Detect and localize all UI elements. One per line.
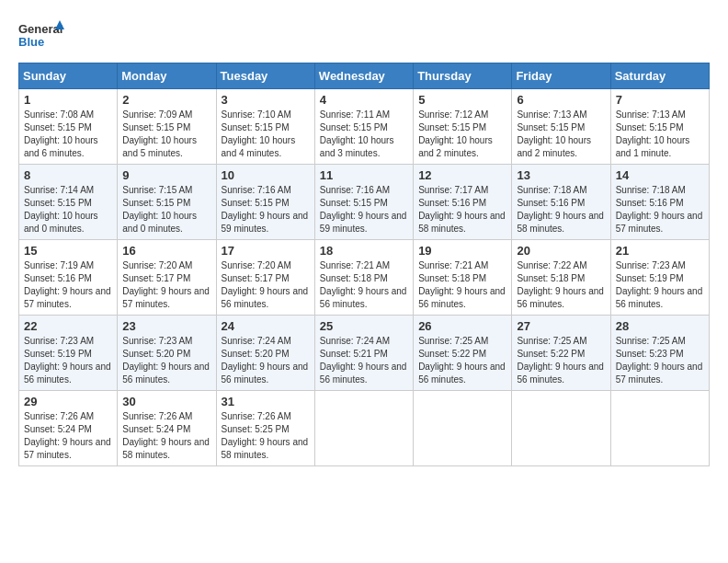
calendar-week-row: 22 Sunrise: 7:23 AMSunset: 5:19 PMDaylig… [19, 316, 710, 391]
day-number: 9 [122, 168, 210, 182]
weekday-header-cell: Sunday [19, 63, 118, 89]
day-info: Sunrise: 7:25 AMSunset: 5:22 PMDaylight:… [517, 336, 604, 385]
day-info: Sunrise: 7:20 AMSunset: 5:17 PMDaylight:… [122, 260, 210, 309]
calendar-day-cell: 10 Sunrise: 7:16 AMSunset: 5:15 PMDaylig… [216, 165, 314, 240]
day-info: Sunrise: 7:12 AMSunset: 5:15 PMDaylight:… [418, 109, 493, 158]
calendar-day-cell [314, 391, 413, 466]
day-info: Sunrise: 7:13 AMSunset: 5:15 PMDaylight:… [616, 109, 690, 158]
day-info: Sunrise: 7:18 AMSunset: 5:16 PMDaylight:… [517, 185, 604, 234]
calendar-day-cell: 12 Sunrise: 7:17 AMSunset: 5:16 PMDaylig… [414, 165, 512, 240]
day-number: 7 [616, 93, 704, 107]
calendar-day-cell: 4 Sunrise: 7:11 AMSunset: 5:15 PMDayligh… [314, 89, 413, 165]
day-number: 28 [616, 319, 704, 333]
calendar-day-cell: 7 Sunrise: 7:13 AMSunset: 5:15 PMDayligh… [610, 89, 709, 165]
calendar-week-row: 1 Sunrise: 7:08 AMSunset: 5:15 PMDayligh… [19, 89, 710, 165]
day-number: 31 [222, 395, 310, 408]
day-number: 18 [320, 244, 408, 258]
day-number: 5 [418, 93, 506, 107]
weekday-header-cell: Thursday [414, 63, 512, 89]
calendar-day-cell: 31 Sunrise: 7:26 AMSunset: 5:25 PMDaylig… [216, 391, 314, 466]
header: General Blue [18, 18, 710, 55]
day-info: Sunrise: 7:25 AMSunset: 5:22 PMDaylight:… [418, 336, 506, 385]
weekday-header-cell: Saturday [610, 63, 709, 89]
day-number: 6 [517, 93, 605, 107]
day-info: Sunrise: 7:22 AMSunset: 5:18 PMDaylight:… [517, 260, 604, 309]
calendar-day-cell: 19 Sunrise: 7:21 AMSunset: 5:18 PMDaylig… [414, 240, 512, 316]
calendar-day-cell: 9 Sunrise: 7:15 AMSunset: 5:15 PMDayligh… [118, 165, 216, 240]
day-number: 27 [517, 319, 605, 333]
calendar-day-cell: 20 Sunrise: 7:22 AMSunset: 5:18 PMDaylig… [512, 240, 610, 316]
day-number: 17 [222, 244, 310, 258]
calendar-day-cell: 8 Sunrise: 7:14 AMSunset: 5:15 PMDayligh… [19, 165, 118, 240]
weekday-header-cell: Friday [512, 63, 610, 89]
day-number: 2 [122, 93, 210, 107]
calendar-day-cell: 5 Sunrise: 7:12 AMSunset: 5:15 PMDayligh… [414, 89, 512, 165]
calendar-day-cell: 27 Sunrise: 7:25 AMSunset: 5:22 PMDaylig… [512, 316, 610, 391]
day-info: Sunrise: 7:21 AMSunset: 5:18 PMDaylight:… [418, 260, 506, 309]
weekday-header-cell: Tuesday [216, 63, 314, 89]
day-info: Sunrise: 7:16 AMSunset: 5:15 PMDaylight:… [222, 185, 309, 234]
day-number: 19 [418, 244, 506, 258]
calendar-day-cell: 30 Sunrise: 7:26 AMSunset: 5:24 PMDaylig… [118, 391, 216, 466]
day-number: 25 [320, 319, 408, 333]
day-number: 14 [616, 168, 704, 182]
day-number: 21 [616, 244, 704, 258]
day-number: 29 [24, 395, 112, 408]
day-info: Sunrise: 7:14 AMSunset: 5:15 PMDaylight:… [24, 185, 98, 234]
day-info: Sunrise: 7:15 AMSunset: 5:15 PMDaylight:… [122, 185, 197, 234]
day-number: 13 [517, 168, 605, 182]
calendar-day-cell: 16 Sunrise: 7:20 AMSunset: 5:17 PMDaylig… [118, 240, 216, 316]
day-number: 22 [24, 319, 112, 333]
calendar-day-cell: 1 Sunrise: 7:08 AMSunset: 5:15 PMDayligh… [19, 89, 118, 165]
day-info: Sunrise: 7:16 AMSunset: 5:15 PMDaylight:… [320, 185, 407, 234]
calendar-day-cell: 13 Sunrise: 7:18 AMSunset: 5:16 PMDaylig… [512, 165, 610, 240]
calendar-day-cell: 18 Sunrise: 7:21 AMSunset: 5:18 PMDaylig… [314, 240, 413, 316]
calendar-day-cell: 14 Sunrise: 7:18 AMSunset: 5:16 PMDaylig… [610, 165, 709, 240]
day-info: Sunrise: 7:20 AMSunset: 5:17 PMDaylight:… [222, 260, 309, 309]
day-number: 24 [222, 319, 310, 333]
logo: General Blue [18, 18, 64, 55]
day-number: 15 [24, 244, 112, 258]
calendar-day-cell: 17 Sunrise: 7:20 AMSunset: 5:17 PMDaylig… [216, 240, 314, 316]
day-info: Sunrise: 7:21 AMSunset: 5:18 PMDaylight:… [320, 260, 407, 309]
weekday-header-cell: Wednesday [314, 63, 413, 89]
calendar-week-row: 8 Sunrise: 7:14 AMSunset: 5:15 PMDayligh… [19, 165, 710, 240]
day-info: Sunrise: 7:13 AMSunset: 5:15 PMDaylight:… [517, 109, 591, 158]
day-number: 30 [122, 395, 210, 408]
day-number: 3 [222, 93, 310, 107]
calendar-day-cell: 2 Sunrise: 7:09 AMSunset: 5:15 PMDayligh… [118, 89, 216, 165]
day-number: 8 [24, 168, 112, 182]
calendar-day-cell: 23 Sunrise: 7:23 AMSunset: 5:20 PMDaylig… [118, 316, 216, 391]
calendar-day-cell [414, 391, 512, 466]
day-number: 26 [418, 319, 506, 333]
calendar-day-cell: 24 Sunrise: 7:24 AMSunset: 5:20 PMDaylig… [216, 316, 314, 391]
day-info: Sunrise: 7:26 AMSunset: 5:25 PMDaylight:… [222, 411, 309, 460]
calendar-day-cell: 29 Sunrise: 7:26 AMSunset: 5:24 PMDaylig… [19, 391, 118, 466]
day-number: 23 [122, 319, 210, 333]
calendar-week-row: 15 Sunrise: 7:19 AMSunset: 5:16 PMDaylig… [19, 240, 710, 316]
day-info: Sunrise: 7:19 AMSunset: 5:16 PMDaylight:… [24, 260, 111, 309]
day-info: Sunrise: 7:17 AMSunset: 5:16 PMDaylight:… [418, 185, 506, 234]
day-number: 20 [517, 244, 605, 258]
day-number: 12 [418, 168, 506, 182]
day-number: 16 [122, 244, 210, 258]
day-number: 11 [320, 168, 408, 182]
calendar-day-cell: 26 Sunrise: 7:25 AMSunset: 5:22 PMDaylig… [414, 316, 512, 391]
calendar-day-cell: 22 Sunrise: 7:23 AMSunset: 5:19 PMDaylig… [19, 316, 118, 391]
day-info: Sunrise: 7:23 AMSunset: 5:19 PMDaylight:… [24, 336, 111, 385]
calendar-day-cell: 15 Sunrise: 7:19 AMSunset: 5:16 PMDaylig… [19, 240, 118, 316]
calendar-body: 1 Sunrise: 7:08 AMSunset: 5:15 PMDayligh… [19, 89, 710, 466]
calendar-day-cell: 28 Sunrise: 7:25 AMSunset: 5:23 PMDaylig… [610, 316, 709, 391]
calendar-week-row: 29 Sunrise: 7:26 AMSunset: 5:24 PMDaylig… [19, 391, 710, 466]
day-info: Sunrise: 7:08 AMSunset: 5:15 PMDaylight:… [24, 109, 98, 158]
calendar-day-cell [512, 391, 610, 466]
weekday-header-row: SundayMondayTuesdayWednesdayThursdayFrid… [19, 63, 710, 89]
calendar-day-cell: 21 Sunrise: 7:23 AMSunset: 5:19 PMDaylig… [610, 240, 709, 316]
calendar-table: SundayMondayTuesdayWednesdayThursdayFrid… [18, 63, 710, 466]
day-info: Sunrise: 7:18 AMSunset: 5:16 PMDaylight:… [616, 185, 703, 234]
day-info: Sunrise: 7:25 AMSunset: 5:23 PMDaylight:… [616, 336, 703, 385]
day-info: Sunrise: 7:09 AMSunset: 5:15 PMDaylight:… [122, 109, 197, 158]
day-info: Sunrise: 7:26 AMSunset: 5:24 PMDaylight:… [122, 411, 210, 460]
calendar-day-cell: 11 Sunrise: 7:16 AMSunset: 5:15 PMDaylig… [314, 165, 413, 240]
day-info: Sunrise: 7:10 AMSunset: 5:15 PMDaylight:… [222, 109, 296, 158]
